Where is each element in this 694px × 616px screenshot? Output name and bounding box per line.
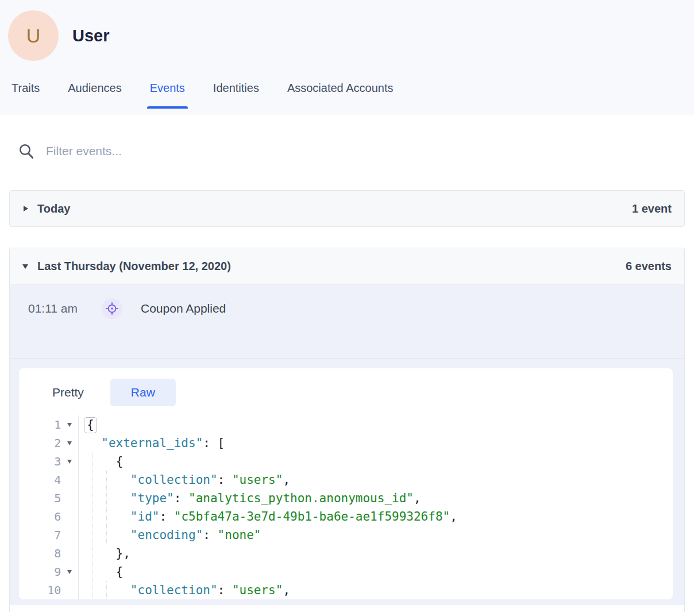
code-line: 5 "type": "analytics_python.anonymous_id… [19, 489, 673, 507]
event-group-today[interactable]: Today 1 event [9, 190, 685, 227]
tab-audiences[interactable]: Audiences [68, 82, 121, 109]
tab-associated-accounts[interactable]: Associated Accounts [287, 82, 394, 109]
tab-events[interactable]: Events [150, 82, 185, 109]
fold-arrow-icon[interactable] [61, 452, 78, 471]
fold-arrow-icon[interactable] [61, 434, 78, 452]
filter-events-bar [18, 140, 685, 163]
matched-bracket: { [84, 417, 97, 433]
event-group-last-thursday: Last Thursday (November 12, 2020) 6 even… [9, 248, 685, 612]
payload-view-toggle: Pretty Raw [19, 368, 673, 415]
group-count: 6 events [626, 260, 672, 273]
event-row-coupon-applied[interactable]: 01:11 am Coupon Applied [10, 285, 684, 359]
event-icon-badge [102, 298, 122, 319]
group-header-last-thursday[interactable]: Last Thursday (November 12, 2020) 6 even… [10, 248, 684, 285]
line-number: 3 [19, 452, 61, 471]
fold-arrow-icon[interactable] [61, 563, 78, 581]
code-line: 9 { [19, 563, 673, 581]
code-line: 10 "collection": "users", [19, 581, 673, 599]
event-time: 01:11 am [28, 302, 90, 315]
group-label: Today [37, 202, 70, 215]
line-number: 10 [19, 581, 61, 599]
search-icon [18, 143, 34, 160]
code-line: 6 "id": "c5bfa47a-3e7d-49b1-ba6e-ae1f599… [19, 507, 673, 526]
group-label: Last Thursday (November 12, 2020) [37, 260, 231, 273]
code-line: 7 "encoding": "none" [19, 526, 673, 544]
page-title: User [72, 26, 110, 45]
next-event-row-partial[interactable] [10, 605, 684, 612]
filter-events-input[interactable] [46, 144, 563, 158]
code-line: 8 }, [19, 544, 673, 563]
tab-traits[interactable]: Traits [11, 82, 40, 109]
group-count: 1 event [632, 202, 672, 215]
event-name: Coupon Applied [141, 302, 226, 315]
profile-header: U User Traits Audiences Events Identitie… [0, 0, 694, 114]
caret-down-icon [22, 264, 28, 269]
tab-bar: Traits Audiences Events Identities Assoc… [0, 82, 694, 109]
fold-arrow-icon[interactable] [61, 415, 78, 434]
target-icon [105, 301, 119, 316]
caret-right-icon [24, 206, 28, 211]
code-line: 3 { [19, 452, 673, 471]
event-payload-area: Pretty Raw 1 { 2 "external_ids": [ 3 { [10, 359, 684, 605]
line-number: 8 [19, 544, 61, 563]
code-line: 1 { [19, 415, 673, 434]
line-number: 6 [19, 507, 61, 526]
raw-view-button[interactable]: Raw [110, 379, 176, 406]
payload-card: Pretty Raw 1 { 2 "external_ids": [ 3 { [19, 368, 673, 599]
code-line: 2 "external_ids": [ [19, 434, 673, 452]
json-code-editor[interactable]: 1 { 2 "external_ids": [ 3 { 4 "collectio… [19, 415, 673, 599]
line-number: 7 [19, 526, 61, 544]
line-number: 9 [19, 563, 61, 581]
line-number: 1 [19, 415, 61, 434]
line-number: 4 [19, 471, 61, 489]
pretty-view-button[interactable]: Pretty [41, 379, 95, 406]
avatar: U [8, 10, 59, 61]
code-line: 4 "collection": "users", [19, 471, 673, 489]
tab-identities[interactable]: Identities [213, 82, 259, 109]
line-number: 5 [19, 489, 61, 507]
line-number: 2 [19, 434, 61, 452]
